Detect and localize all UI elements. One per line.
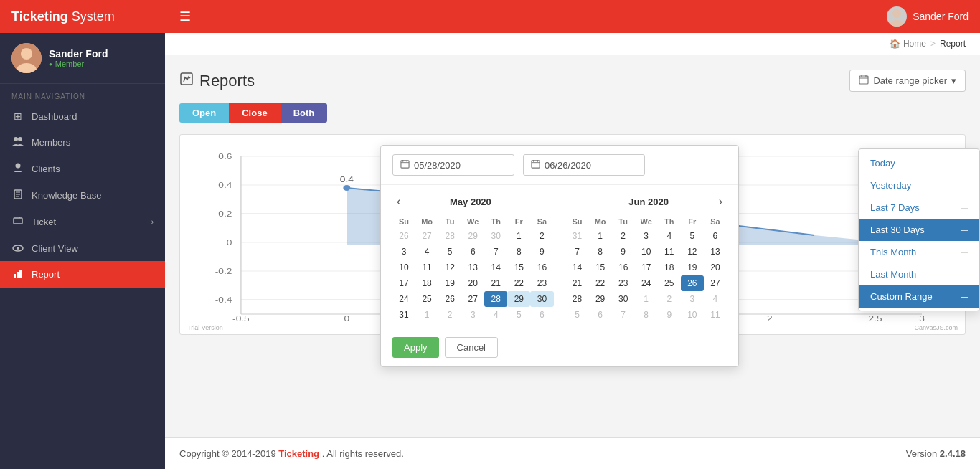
calendar-day[interactable]: 8: [507, 244, 530, 260]
calendar-day[interactable]: 31: [565, 228, 588, 244]
calendar-day[interactable]: 3: [461, 307, 484, 323]
calendar-day[interactable]: 1: [589, 228, 612, 244]
next-month-button[interactable]: ›: [715, 194, 727, 209]
calendar-day[interactable]: 14: [565, 260, 588, 275]
date-range-picker-button[interactable]: Date range picker ▾: [849, 70, 966, 92]
option-yesterday[interactable]: Yesterday —: [859, 174, 979, 196]
start-date-input[interactable]: 05/28/2020: [392, 154, 514, 176]
calendar-day[interactable]: 2: [612, 228, 635, 244]
calendar-day[interactable]: 12: [438, 260, 461, 275]
calendar-day[interactable]: 24: [392, 291, 415, 307]
calendar-day[interactable]: 21: [565, 275, 588, 291]
calendar-day[interactable]: 5: [681, 228, 704, 244]
calendar-day[interactable]: 13: [704, 244, 727, 260]
calendar-day[interactable]: 22: [507, 275, 530, 291]
calendar-day[interactable]: 3: [635, 228, 658, 244]
calendar-day[interactable]: 26: [681, 275, 704, 291]
calendar-day[interactable]: 14: [484, 260, 507, 275]
calendar-day[interactable]: 23: [612, 275, 635, 291]
calendar-day[interactable]: 26: [392, 228, 415, 244]
calendar-day[interactable]: 9: [530, 244, 553, 260]
calendar-day[interactable]: 28: [438, 228, 461, 244]
calendar-day[interactable]: 27: [415, 228, 438, 244]
sidebar-item-clients[interactable]: Clients: [0, 156, 165, 182]
prev-month-button[interactable]: ‹: [392, 194, 405, 209]
calendar-day[interactable]: 4: [658, 228, 681, 244]
calendar-day[interactable]: 21: [484, 275, 507, 291]
calendar-day[interactable]: 25: [658, 275, 681, 291]
calendar-day[interactable]: 19: [681, 260, 704, 275]
calendar-day[interactable]: 16: [612, 260, 635, 275]
calendar-day[interactable]: 3: [392, 244, 415, 260]
option-last30[interactable]: Last 30 Days —: [859, 219, 979, 241]
calendar-day[interactable]: 1: [507, 228, 530, 244]
calendar-day[interactable]: 6: [704, 228, 727, 244]
calendar-day[interactable]: 7: [484, 244, 507, 260]
sidebar-item-report[interactable]: Report: [0, 261, 165, 288]
calendar-day[interactable]: 27: [704, 275, 727, 291]
option-today[interactable]: Today —: [859, 152, 979, 174]
option-last-month[interactable]: Last Month —: [859, 263, 979, 285]
calendar-day[interactable]: 20: [704, 260, 727, 275]
breadcrumb-home[interactable]: 🏠 Home: [890, 39, 926, 49]
calendar-day[interactable]: 8: [589, 244, 612, 260]
option-last7[interactable]: Last 7 Days —: [859, 196, 979, 219]
filter-open-button[interactable]: Open: [179, 103, 229, 123]
sidebar-item-dashboard[interactable]: ⊞ Dashboard: [0, 103, 165, 129]
calendar-day[interactable]: 2: [438, 307, 461, 323]
calendar-day[interactable]: 10: [635, 244, 658, 260]
calendar-day[interactable]: 7: [565, 244, 588, 260]
calendar-day[interactable]: 15: [507, 260, 530, 275]
calendar-day[interactable]: 24: [635, 275, 658, 291]
calendar-day[interactable]: 4: [484, 307, 507, 323]
calendar-day[interactable]: 11: [704, 307, 727, 323]
calendar-day[interactable]: 12: [681, 244, 704, 260]
sidebar-item-ticket[interactable]: Ticket ›: [0, 209, 165, 235]
calendar-day[interactable]: 9: [612, 244, 635, 260]
calendar-day[interactable]: 1: [635, 291, 658, 307]
calendar-day[interactable]: 27: [461, 291, 484, 307]
calendar-day[interactable]: 30: [612, 291, 635, 307]
hamburger-icon[interactable]: ☰: [179, 9, 191, 24]
calendar-day[interactable]: 19: [438, 275, 461, 291]
calendar-day[interactable]: 5: [565, 307, 588, 323]
calendar-day[interactable]: 2: [658, 291, 681, 307]
calendar-day[interactable]: 8: [635, 307, 658, 323]
calendar-day[interactable]: 17: [392, 275, 415, 291]
calendar-day[interactable]: 6: [589, 307, 612, 323]
cancel-button[interactable]: Cancel: [445, 337, 498, 358]
calendar-day[interactable]: 29: [507, 291, 530, 307]
calendar-day[interactable]: 11: [658, 244, 681, 260]
option-this-month[interactable]: This Month —: [859, 241, 979, 263]
calendar-day[interactable]: 9: [658, 307, 681, 323]
calendar-day[interactable]: 17: [635, 260, 658, 275]
calendar-day[interactable]: 6: [461, 244, 484, 260]
calendar-day[interactable]: 29: [461, 228, 484, 244]
calendar-day[interactable]: 18: [658, 260, 681, 275]
filter-close-button[interactable]: Close: [229, 103, 280, 123]
calendar-day[interactable]: 23: [530, 275, 553, 291]
calendar-day[interactable]: 5: [507, 307, 530, 323]
calendar-day[interactable]: 10: [392, 260, 415, 275]
calendar-day[interactable]: 5: [438, 244, 461, 260]
calendar-day[interactable]: 11: [415, 260, 438, 275]
calendar-day[interactable]: 18: [415, 275, 438, 291]
calendar-day[interactable]: 1: [415, 307, 438, 323]
calendar-day[interactable]: 28: [565, 291, 588, 307]
calendar-day[interactable]: 6: [530, 307, 553, 323]
sidebar-item-knowledge-base[interactable]: Knowledge Base: [0, 182, 165, 209]
calendar-day[interactable]: 28: [484, 291, 507, 307]
filter-both-button[interactable]: Both: [281, 103, 328, 123]
calendar-day[interactable]: 20: [461, 275, 484, 291]
calendar-day[interactable]: 2: [530, 228, 553, 244]
sidebar-item-members[interactable]: Members: [0, 129, 165, 156]
calendar-day[interactable]: 30: [530, 291, 553, 307]
calendar-day[interactable]: 3: [681, 291, 704, 307]
calendar-day[interactable]: 10: [681, 307, 704, 323]
calendar-day[interactable]: 4: [415, 244, 438, 260]
end-date-input[interactable]: 06/26/2020: [523, 154, 645, 176]
apply-button[interactable]: Apply: [392, 337, 439, 358]
calendar-day[interactable]: 26: [438, 291, 461, 307]
option-custom[interactable]: Custom Range —: [859, 285, 979, 308]
calendar-day[interactable]: 25: [415, 291, 438, 307]
